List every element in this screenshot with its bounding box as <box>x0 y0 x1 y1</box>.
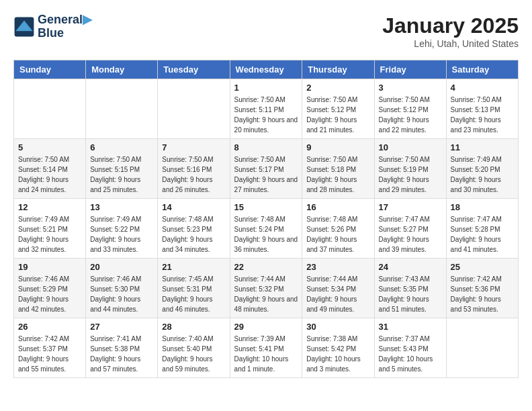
calendar-week-row: 19Sunrise: 7:46 AMSunset: 5:29 PMDayligh… <box>14 259 519 318</box>
calendar-cell: 21Sunrise: 7:45 AMSunset: 5:31 PMDayligh… <box>158 259 230 318</box>
day-number: 1 <box>234 83 298 93</box>
day-info: Sunrise: 7:49 AMSunset: 5:22 PMDaylight:… <box>90 214 153 255</box>
weekday-header-friday: Friday <box>374 60 446 79</box>
day-number: 10 <box>379 142 442 152</box>
day-info: Sunrise: 7:40 AMSunset: 5:40 PMDaylight:… <box>162 334 225 374</box>
day-number: 28 <box>162 322 225 332</box>
calendar-cell: 9Sunrise: 7:50 AMSunset: 5:18 PMDaylight… <box>302 139 374 199</box>
day-info: Sunrise: 7:50 AMSunset: 5:17 PMDaylight:… <box>234 154 298 195</box>
calendar-week-row: 1Sunrise: 7:50 AMSunset: 5:11 PMDaylight… <box>14 79 519 139</box>
calendar-cell: 2Sunrise: 7:50 AMSunset: 5:12 PMDaylight… <box>302 79 374 139</box>
day-number: 16 <box>306 202 369 212</box>
calendar-cell: 8Sunrise: 7:50 AMSunset: 5:17 PMDaylight… <box>230 139 302 199</box>
day-number: 14 <box>162 202 225 212</box>
calendar-cell: 22Sunrise: 7:44 AMSunset: 5:32 PMDayligh… <box>230 259 302 318</box>
calendar-cell: 30Sunrise: 7:38 AMSunset: 5:42 PMDayligh… <box>302 318 374 378</box>
day-number: 23 <box>306 262 369 272</box>
calendar-title: January 2025 <box>382 13 519 38</box>
weekday-header-tuesday: Tuesday <box>158 60 230 79</box>
day-number: 24 <box>379 262 442 272</box>
calendar-cell: 19Sunrise: 7:46 AMSunset: 5:29 PMDayligh… <box>14 259 86 318</box>
day-number: 13 <box>90 202 153 212</box>
weekday-header-monday: Monday <box>86 60 158 79</box>
day-number: 22 <box>234 262 298 272</box>
calendar-cell <box>158 79 230 139</box>
day-number: 15 <box>234 202 298 212</box>
day-number: 21 <box>162 262 225 272</box>
day-info: Sunrise: 7:50 AMSunset: 5:14 PMDaylight:… <box>18 154 81 195</box>
day-info: Sunrise: 7:49 AMSunset: 5:20 PMDaylight:… <box>451 154 514 195</box>
day-info: Sunrise: 7:46 AMSunset: 5:30 PMDaylight:… <box>90 274 153 314</box>
calendar-cell: 29Sunrise: 7:39 AMSunset: 5:41 PMDayligh… <box>230 318 302 378</box>
day-number: 31 <box>379 322 442 332</box>
calendar-cell: 16Sunrise: 7:48 AMSunset: 5:26 PMDayligh… <box>302 199 374 259</box>
calendar-cell: 6Sunrise: 7:50 AMSunset: 5:15 PMDaylight… <box>86 139 158 199</box>
day-number: 11 <box>451 142 514 152</box>
day-info: Sunrise: 7:48 AMSunset: 5:24 PMDaylight:… <box>234 214 298 255</box>
calendar-cell: 26Sunrise: 7:42 AMSunset: 5:37 PMDayligh… <box>14 318 86 378</box>
day-info: Sunrise: 7:50 AMSunset: 5:13 PMDaylight:… <box>451 95 514 135</box>
calendar-table: SundayMondayTuesdayWednesdayThursdayFrid… <box>13 60 519 378</box>
day-info: Sunrise: 7:50 AMSunset: 5:16 PMDaylight:… <box>162 154 225 195</box>
day-info: Sunrise: 7:47 AMSunset: 5:27 PMDaylight:… <box>379 214 442 255</box>
day-info: Sunrise: 7:44 AMSunset: 5:34 PMDaylight:… <box>306 274 369 314</box>
day-info: Sunrise: 7:50 AMSunset: 5:18 PMDaylight:… <box>306 154 369 195</box>
day-number: 18 <box>451 202 514 212</box>
calendar-cell: 23Sunrise: 7:44 AMSunset: 5:34 PMDayligh… <box>302 259 374 318</box>
calendar-cell: 28Sunrise: 7:40 AMSunset: 5:40 PMDayligh… <box>158 318 230 378</box>
day-number: 19 <box>18 262 81 272</box>
day-info: Sunrise: 7:47 AMSunset: 5:28 PMDaylight:… <box>451 214 514 255</box>
day-number: 25 <box>451 262 514 272</box>
calendar-subtitle: Lehi, Utah, United States <box>382 38 519 49</box>
weekday-header-saturday: Saturday <box>446 60 518 79</box>
calendar-cell: 5Sunrise: 7:50 AMSunset: 5:14 PMDaylight… <box>14 139 86 199</box>
calendar-week-row: 5Sunrise: 7:50 AMSunset: 5:14 PMDaylight… <box>14 139 519 199</box>
calendar-cell: 11Sunrise: 7:49 AMSunset: 5:20 PMDayligh… <box>446 139 518 199</box>
calendar-cell <box>14 79 86 139</box>
calendar-week-row: 12Sunrise: 7:49 AMSunset: 5:21 PMDayligh… <box>14 199 519 259</box>
calendar-cell <box>86 79 158 139</box>
day-info: Sunrise: 7:50 AMSunset: 5:12 PMDaylight:… <box>379 95 442 135</box>
day-info: Sunrise: 7:42 AMSunset: 5:36 PMDaylight:… <box>451 274 514 314</box>
weekday-header-thursday: Thursday <box>302 60 374 79</box>
calendar-cell: 15Sunrise: 7:48 AMSunset: 5:24 PMDayligh… <box>230 199 302 259</box>
logo: General▶ Blue <box>13 13 92 40</box>
calendar-cell: 13Sunrise: 7:49 AMSunset: 5:22 PMDayligh… <box>86 199 158 259</box>
calendar-cell: 3Sunrise: 7:50 AMSunset: 5:12 PMDaylight… <box>374 79 446 139</box>
day-number: 20 <box>90 262 153 272</box>
calendar-cell: 4Sunrise: 7:50 AMSunset: 5:13 PMDaylight… <box>446 79 518 139</box>
calendar-cell: 27Sunrise: 7:41 AMSunset: 5:38 PMDayligh… <box>86 318 158 378</box>
calendar-cell: 10Sunrise: 7:50 AMSunset: 5:19 PMDayligh… <box>374 139 446 199</box>
day-info: Sunrise: 7:48 AMSunset: 5:23 PMDaylight:… <box>162 214 225 255</box>
calendar-cell <box>446 318 518 378</box>
calendar-cell: 14Sunrise: 7:48 AMSunset: 5:23 PMDayligh… <box>158 199 230 259</box>
logo-text: General▶ Blue <box>38 13 92 40</box>
day-info: Sunrise: 7:50 AMSunset: 5:15 PMDaylight:… <box>90 154 153 195</box>
day-number: 3 <box>379 83 442 93</box>
day-info: Sunrise: 7:46 AMSunset: 5:29 PMDaylight:… <box>18 274 81 314</box>
day-number: 26 <box>18 322 81 332</box>
day-number: 5 <box>18 142 81 152</box>
day-number: 9 <box>306 142 369 152</box>
day-info: Sunrise: 7:49 AMSunset: 5:21 PMDaylight:… <box>18 214 81 255</box>
day-info: Sunrise: 7:38 AMSunset: 5:42 PMDaylight:… <box>306 334 369 374</box>
calendar-cell: 17Sunrise: 7:47 AMSunset: 5:27 PMDayligh… <box>374 199 446 259</box>
calendar-cell: 12Sunrise: 7:49 AMSunset: 5:21 PMDayligh… <box>14 199 86 259</box>
day-info: Sunrise: 7:43 AMSunset: 5:35 PMDaylight:… <box>379 274 442 314</box>
calendar-cell: 1Sunrise: 7:50 AMSunset: 5:11 PMDaylight… <box>230 79 302 139</box>
calendar-cell: 25Sunrise: 7:42 AMSunset: 5:36 PMDayligh… <box>446 259 518 318</box>
day-info: Sunrise: 7:42 AMSunset: 5:37 PMDaylight:… <box>18 334 81 374</box>
day-info: Sunrise: 7:48 AMSunset: 5:26 PMDaylight:… <box>306 214 369 255</box>
day-number: 30 <box>306 322 369 332</box>
calendar-cell: 20Sunrise: 7:46 AMSunset: 5:30 PMDayligh… <box>86 259 158 318</box>
day-number: 8 <box>234 142 298 152</box>
calendar-cell: 7Sunrise: 7:50 AMSunset: 5:16 PMDaylight… <box>158 139 230 199</box>
day-number: 7 <box>162 142 225 152</box>
weekday-header-wednesday: Wednesday <box>230 60 302 79</box>
day-number: 2 <box>306 83 369 93</box>
logo-icon <box>13 16 35 38</box>
day-info: Sunrise: 7:39 AMSunset: 5:41 PMDaylight:… <box>234 334 298 374</box>
page-header: General▶ Blue January 2025 Lehi, Utah, U… <box>13 13 519 49</box>
day-number: 27 <box>90 322 153 332</box>
day-info: Sunrise: 7:45 AMSunset: 5:31 PMDaylight:… <box>162 274 225 314</box>
